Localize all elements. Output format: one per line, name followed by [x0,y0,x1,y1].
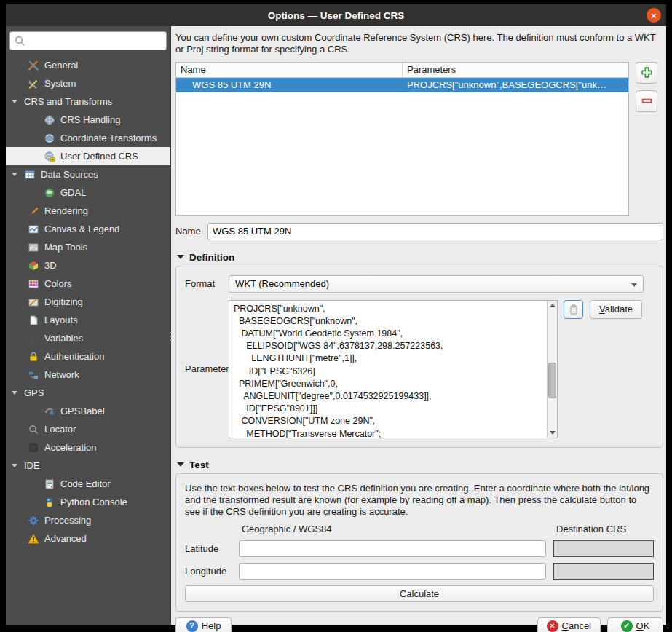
test-section-header[interactable]: Test [177,459,663,470]
sidebar-item-advanced[interactable]: Advanced [6,529,170,548]
wkt-parameters-textarea[interactable]: PROJCRS["unknown", BASEGEOGCRS["unknown"… [229,300,558,438]
longitude-input[interactable] [239,563,546,580]
test-title: Test [189,459,209,470]
sidebar-item-general[interactable]: General [6,56,170,74]
sidebar-item-network[interactable]: Network [6,366,170,384]
network-icon [28,369,39,381]
svg-text:ε: ε [31,333,35,344]
colors-icon [28,278,39,290]
sidebar-item-variables[interactable]: ε Variables [6,329,170,347]
crs-parameters-cell: PROJCRS["unknown",BASEGEOGCRS["unk… [403,78,628,92]
sidebar-item-system[interactable]: System [6,74,170,92]
crs-handling-icon [44,114,55,126]
add-crs-button[interactable] [636,62,657,84]
remove-crs-button[interactable] [636,90,657,112]
geographic-column-header: Geographic / WGS84 [239,524,546,534]
sidebar-item-authentication[interactable]: Authentication [6,347,170,366]
name-label: Name [175,226,207,237]
format-dropdown[interactable]: WKT (Recommended) [229,275,644,293]
sidebar-group-ide[interactable]: IDE [6,457,170,475]
sidebar-item-gdal[interactable]: GDAL [6,183,170,202]
test-group-box: Use the text boxes below to test the CRS… [175,473,663,612]
sidebar-item-user-defined-crs[interactable]: User Defined CRS [6,147,170,165]
coordinate-transforms-icon [44,133,55,144]
latitude-label: Latitude [185,543,232,554]
column-header-parameters[interactable]: Parameters [403,63,628,77]
system-icon [28,78,39,90]
sidebar-item-processing[interactable]: Processing [6,511,170,529]
cancel-icon: × [547,620,558,632]
ok-icon: ✓ [621,620,633,632]
3d-cube-icon [28,260,39,272]
warning-triangle-icon [28,533,39,545]
scrollbar-thumb[interactable] [548,363,556,398]
sidebar-item-colors[interactable]: Colors [6,274,170,293]
crs-name-input[interactable] [207,223,663,240]
definition-section-header[interactable]: Definition [177,252,663,263]
latitude-input[interactable] [239,540,546,557]
sidebar-item-crs-handling[interactable]: CRS Handling [6,111,170,129]
crs-name-cell: WGS 85 UTM 29N [176,78,403,92]
sidebar-group-data-sources[interactable]: Data Sources [6,165,170,183]
processing-gear-icon [28,515,39,526]
rendering-brush-icon [28,205,39,217]
options-sidebar: General System CRS and Transforms CRS Ha… [6,26,171,625]
table-row[interactable]: WGS 85 UTM 29N PROJCRS["unknown",BASEGEO… [176,78,628,92]
general-icon [28,60,39,71]
cancel-button[interactable]: × Cancel [537,617,601,632]
sidebar-item-gpsbabel[interactable]: GPSBabel [6,402,170,420]
user-defined-crs-panel: You can define your own custom Coordinat… [171,26,666,625]
sidebar-item-coordinate-transforms[interactable]: Coordinate Transforms [6,129,170,147]
parameters-label: Parameters [185,363,229,374]
chevron-down-icon [12,391,17,395]
sidebar-group-gps[interactable]: GPS [6,384,170,402]
ok-button[interactable]: ✓ OK [607,617,663,632]
panel-description: You can define your own custom Coordinat… [175,32,663,56]
copy-parameters-button[interactable] [564,300,583,319]
column-header-name[interactable]: Name [176,63,403,77]
sidebar-item-canvas-legend[interactable]: Canvas & Legend [6,220,170,238]
lock-icon [28,351,39,363]
search-input[interactable] [9,31,167,50]
format-selected-value: WKT (Recommended) [235,278,329,289]
panel-splitter[interactable] [168,325,173,347]
sidebar-item-python-console[interactable]: Python Console [6,493,170,511]
sidebar-item-digitizing[interactable]: Digitizing [6,293,170,311]
canvas-legend-icon [28,224,39,235]
validate-button[interactable]: Validate [590,300,642,319]
close-icon[interactable]: × [647,8,661,23]
custom-crs-table: Name Parameters WGS 85 UTM 29N PROJCRS["… [175,62,629,216]
help-button[interactable]: ? Help [175,617,232,632]
options-dialog: Options — User Defined CRS × General Sys… [6,4,666,625]
format-label: Format [185,278,229,289]
definition-title: Definition [189,252,234,263]
sidebar-item-locator[interactable]: Locator [6,420,170,438]
sidebar-item-3d[interactable]: 3D [6,256,170,274]
sidebar-item-layouts[interactable]: Layouts [6,311,170,329]
sidebar-item-code-editor[interactable]: Code Editor [6,475,170,493]
layouts-icon [28,315,39,326]
locator-magnifier-icon [28,424,39,435]
definition-group-box: Format WKT (Recommended) Parameters PROJ… [175,266,663,448]
map-tools-icon [28,242,39,253]
python-icon [44,497,55,508]
sidebar-item-rendering[interactable]: Rendering [6,202,170,220]
search-icon [14,35,25,47]
titlebar[interactable]: Options — User Defined CRS × [6,4,666,26]
data-sources-icon [24,169,36,181]
window-title: Options — User Defined CRS [268,10,405,21]
sidebar-item-map-tools[interactable]: Map Tools [6,238,170,256]
destination-crs-column-header: Destination CRS [553,524,654,534]
chevron-down-icon [12,100,17,103]
calculate-button[interactable]: Calculate [185,585,654,602]
gdal-icon [44,187,55,199]
acceleration-icon [28,442,39,454]
sidebar-group-crs-and-transforms[interactable]: CRS and Transforms [6,92,170,111]
dialog-button-box: ? Help × Cancel ✓ OK [175,612,663,632]
scroll-down-button[interactable] [548,428,557,438]
minus-icon [641,95,653,107]
scroll-up-button[interactable] [548,301,557,310]
parameters-scrollbar[interactable] [547,301,557,438]
destination-longitude-output [553,563,654,580]
sidebar-item-acceleration[interactable]: Acceleration [6,438,170,457]
